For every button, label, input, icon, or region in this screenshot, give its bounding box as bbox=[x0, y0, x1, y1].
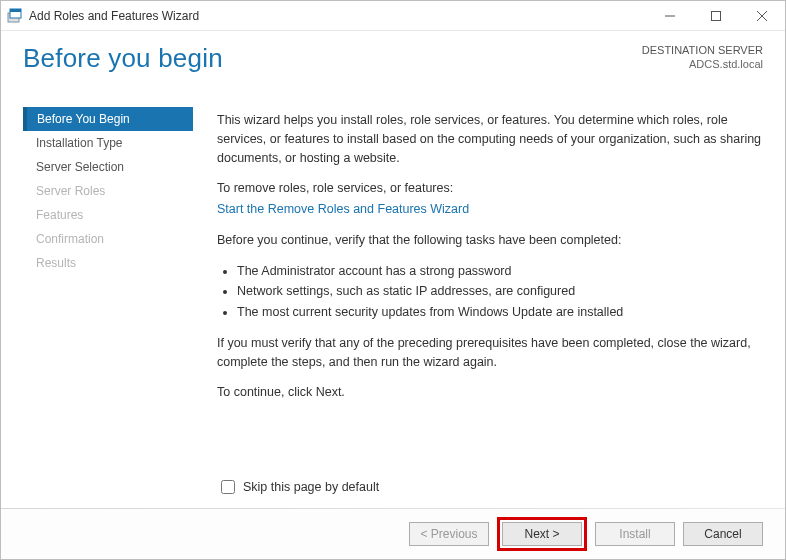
verify-note: If you must verify that any of the prece… bbox=[217, 334, 763, 372]
svg-rect-2 bbox=[10, 9, 21, 12]
close-button[interactable] bbox=[739, 1, 785, 31]
install-button: Install bbox=[595, 522, 675, 546]
list-item: The Administrator account has a strong p… bbox=[237, 262, 763, 281]
destination-server-info: DESTINATION SERVER ADCS.std.local bbox=[642, 43, 763, 72]
remove-roles-link[interactable]: Start the Remove Roles and Features Wiza… bbox=[217, 202, 469, 216]
next-highlight: Next > bbox=[497, 517, 587, 551]
wizard-icon bbox=[7, 8, 23, 24]
sidebar-item-results: Results bbox=[23, 251, 193, 275]
list-item: Network settings, such as static IP addr… bbox=[237, 282, 763, 301]
next-button[interactable]: Next > bbox=[502, 522, 582, 546]
header: Before you begin DESTINATION SERVER ADCS… bbox=[1, 31, 785, 97]
window-controls bbox=[647, 1, 785, 30]
content-area: This wizard helps you install roles, rol… bbox=[193, 97, 763, 497]
intro-text: This wizard helps you install roles, rol… bbox=[217, 111, 763, 167]
window-title: Add Roles and Features Wizard bbox=[29, 9, 647, 23]
footer: < Previous Next > Install Cancel bbox=[1, 509, 785, 559]
sidebar-item-server-selection[interactable]: Server Selection bbox=[23, 155, 193, 179]
cancel-button[interactable]: Cancel bbox=[683, 522, 763, 546]
titlebar: Add Roles and Features Wizard bbox=[1, 1, 785, 31]
sidebar-item-before-you-begin[interactable]: Before You Begin bbox=[23, 107, 193, 131]
sidebar-item-installation-type[interactable]: Installation Type bbox=[23, 131, 193, 155]
skip-page-checkbox[interactable] bbox=[221, 480, 235, 494]
page-title: Before you begin bbox=[23, 43, 223, 74]
sidebar-item-confirmation: Confirmation bbox=[23, 227, 193, 251]
previous-button: < Previous bbox=[409, 522, 489, 546]
verify-label: Before you continue, verify that the fol… bbox=[217, 231, 763, 250]
destination-server: ADCS.std.local bbox=[642, 57, 763, 71]
prerequisite-list: The Administrator account has a strong p… bbox=[217, 262, 763, 322]
continue-note: To continue, click Next. bbox=[217, 383, 763, 402]
skip-page-label: Skip this page by default bbox=[243, 480, 379, 494]
remove-label: To remove roles, role services, or featu… bbox=[217, 179, 763, 198]
sidebar: Before You BeginInstallation TypeServer … bbox=[23, 97, 193, 497]
skip-page-row[interactable]: Skip this page by default bbox=[217, 477, 379, 497]
list-item: The most current security updates from W… bbox=[237, 303, 763, 322]
maximize-button[interactable] bbox=[693, 1, 739, 31]
destination-label: DESTINATION SERVER bbox=[642, 43, 763, 57]
svg-rect-4 bbox=[712, 12, 721, 21]
sidebar-item-features: Features bbox=[23, 203, 193, 227]
sidebar-item-server-roles: Server Roles bbox=[23, 179, 193, 203]
minimize-button[interactable] bbox=[647, 1, 693, 31]
